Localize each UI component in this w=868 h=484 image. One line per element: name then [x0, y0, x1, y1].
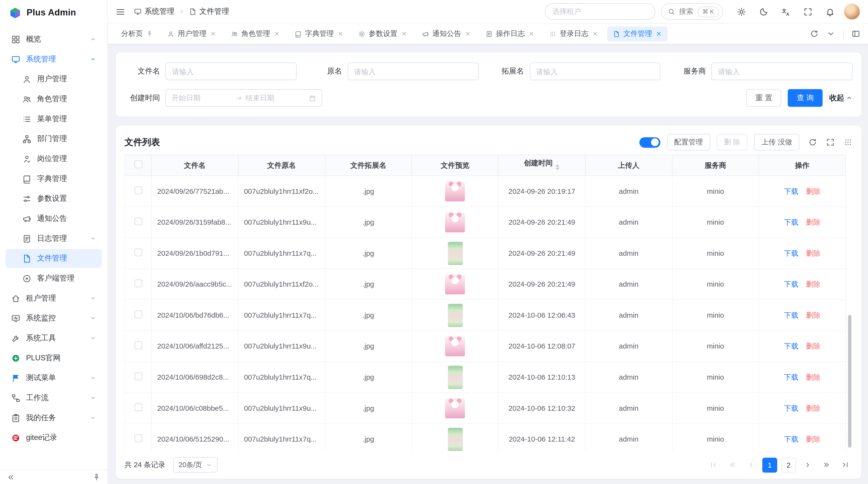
prev-5-pages-button[interactable] [724, 457, 740, 473]
download-link[interactable]: 下载 [784, 404, 798, 412]
original-name-input[interactable] [347, 62, 478, 80]
sidebar-item-plus-site[interactable]: PLUS官网 [5, 349, 102, 367]
row-checkbox[interactable] [134, 218, 142, 225]
sidebar-item-sys-monitor[interactable]: 系统监控 [5, 309, 102, 328]
fullscreen-button[interactable] [799, 3, 816, 20]
row-checkbox[interactable] [134, 187, 142, 194]
tab-dict-mgmt[interactable]: 字典管理 [289, 26, 349, 41]
close-icon[interactable] [528, 30, 535, 37]
sidebar-item-overview[interactable]: 概览 [5, 30, 102, 49]
delete-link[interactable]: 删除 [806, 434, 820, 443]
delete-link[interactable]: 删除 [806, 404, 820, 412]
tenant-select[interactable]: 选择租户 [545, 3, 655, 20]
global-search[interactable]: 搜索 ⌘ K [661, 3, 723, 20]
tab-login-log[interactable]: 登录日志 [544, 26, 604, 41]
download-link[interactable]: 下载 [784, 342, 798, 350]
column-header[interactable]: 文件预览 [412, 155, 499, 176]
sidebar-item-test-menu[interactable]: 测试菜单 [5, 368, 102, 387]
file-preview-thumbnail[interactable] [448, 241, 463, 265]
hamburger-menu-icon[interactable] [116, 7, 125, 17]
download-link[interactable]: 下载 [784, 249, 798, 257]
tab-op-log[interactable]: 操作日志 [480, 26, 540, 41]
sidebar-item-workflow[interactable]: 工作流 [5, 389, 102, 407]
file-preview-thumbnail[interactable] [448, 303, 463, 327]
refresh-tab-button[interactable] [810, 29, 819, 38]
next-5-pages-button[interactable] [819, 457, 834, 473]
row-checkbox[interactable] [134, 249, 142, 256]
download-link[interactable]: 下载 [784, 187, 798, 195]
close-icon[interactable] [464, 30, 471, 37]
tab-user-mgmt[interactable]: 用户管理 [161, 26, 222, 41]
download-link[interactable]: 下载 [784, 373, 798, 381]
sidebar-item-dict-mgmt[interactable]: 字典管理 [5, 169, 102, 188]
breadcrumb-item[interactable]: 系统管理 [134, 7, 175, 17]
delete-link[interactable]: 删除 [806, 373, 820, 381]
sidebar-item-my-tasks[interactable]: 我的任务 [5, 408, 102, 427]
settings-button[interactable] [733, 3, 750, 20]
column-header[interactable]: 服务商 [672, 155, 759, 176]
column-header[interactable]: 上传人 [585, 155, 672, 176]
delete-link[interactable]: 删除 [806, 311, 820, 319]
column-header[interactable]: 文件原名 [238, 155, 325, 176]
row-checkbox[interactable] [134, 434, 142, 442]
row-checkbox[interactable] [134, 373, 142, 380]
download-link[interactable]: 下载 [784, 311, 798, 319]
row-checkbox[interactable] [134, 279, 142, 287]
file-preview-thumbnail[interactable] [448, 365, 463, 389]
file-name-input[interactable] [165, 62, 297, 80]
sidebar-pin-icon[interactable] [92, 473, 100, 481]
close-icon[interactable] [210, 30, 217, 37]
delete-link[interactable]: 删除 [806, 280, 820, 288]
tab-menu-button[interactable] [827, 29, 835, 38]
sidebar-item-gitee[interactable]: gitee记录 [5, 428, 102, 447]
refresh-table-button[interactable] [808, 138, 817, 147]
page-button-1[interactable]: 1 [762, 457, 777, 473]
tab-notice[interactable]: 通知公告 [416, 26, 477, 41]
pin-icon[interactable] [146, 30, 153, 37]
extension-input[interactable] [529, 62, 661, 80]
column-header[interactable]: 文件名 [151, 155, 238, 176]
sidebar-item-system[interactable]: 系统管理 [5, 50, 102, 69]
page-size-select[interactable]: 20条/页 [173, 457, 218, 473]
layout-toggle-button[interactable] [851, 29, 860, 38]
sidebar-item-notice[interactable]: 通知公告 [5, 209, 102, 228]
sidebar-item-file-mgmt[interactable]: 文件管理 [5, 249, 102, 268]
file-preview-thumbnail[interactable] [445, 336, 465, 356]
close-icon[interactable] [592, 30, 598, 37]
sidebar-item-user-mgmt[interactable]: 用户管理 [5, 70, 102, 89]
sidebar-item-dept-mgmt[interactable]: 部门管理 [5, 129, 102, 148]
date-range-picker[interactable]: 开始日期 结束日期 [165, 89, 322, 107]
tab-param-settings[interactable]: 参数设置 [352, 26, 413, 41]
column-settings-button[interactable] [844, 138, 852, 147]
prev-page-button[interactable] [743, 457, 758, 473]
sidebar-item-post-mgmt[interactable]: 岗位管理 [5, 150, 102, 168]
sort-icon[interactable] [556, 162, 560, 172]
notifications-button[interactable] [822, 3, 838, 20]
sidebar-item-param-settings[interactable]: 参数设置 [5, 189, 102, 208]
theme-toggle-button[interactable] [755, 3, 772, 20]
close-icon[interactable] [655, 30, 662, 37]
file-preview-thumbnail[interactable] [445, 274, 465, 294]
download-link[interactable]: 下载 [784, 434, 798, 443]
select-all-checkbox[interactable] [134, 161, 142, 168]
upload-button[interactable]: 上传 没做 [754, 134, 799, 151]
delete-link[interactable]: 删除 [806, 342, 820, 350]
delete-link[interactable]: 删除 [806, 187, 820, 195]
row-checkbox[interactable] [134, 311, 142, 318]
sidebar-item-tenant-mgmt[interactable]: 租户管理 [5, 289, 102, 308]
file-preview-thumbnail[interactable] [445, 212, 465, 232]
file-preview-thumbnail[interactable] [448, 428, 463, 451]
next-page-button[interactable] [800, 457, 815, 473]
close-icon[interactable] [273, 30, 280, 37]
sidebar-item-sys-tools[interactable]: 系统工具 [5, 329, 102, 348]
sidebar-item-menu-mgmt[interactable]: 菜单管理 [5, 110, 102, 128]
first-page-button[interactable] [706, 457, 721, 473]
language-button[interactable]: 文A [777, 3, 794, 20]
toolbar-toggle[interactable] [639, 137, 660, 148]
breadcrumb-item[interactable]: 文件管理 [189, 7, 229, 17]
app-logo[interactable]: Plus Admin [0, 0, 107, 26]
page-button-2[interactable]: 2 [781, 457, 796, 473]
sidebar-item-log-mgmt[interactable]: 日志管理 [5, 229, 102, 248]
tab-analysis[interactable]: 分析页 [116, 26, 158, 41]
provider-input[interactable] [712, 62, 852, 80]
